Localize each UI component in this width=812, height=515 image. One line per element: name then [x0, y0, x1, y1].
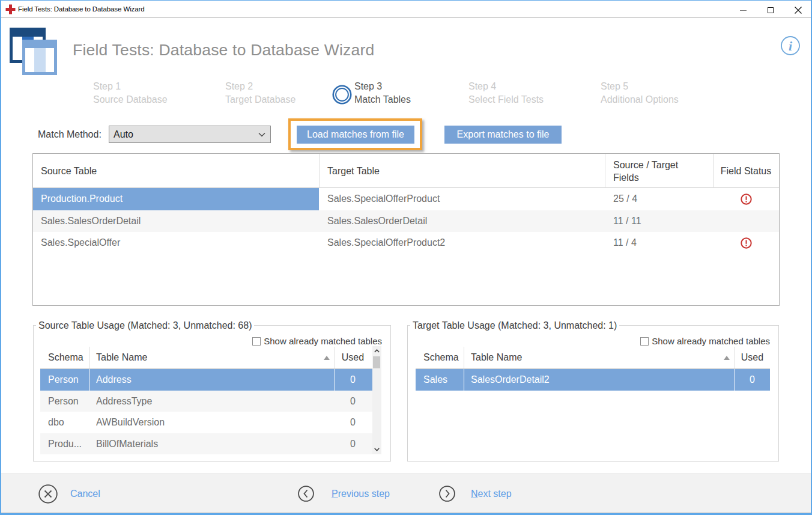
maximize-icon: [768, 7, 774, 13]
cell-fields[interactable]: 25 / 4: [613, 188, 714, 210]
cell-source[interactable]: Sales.SalesOrderDetail: [33, 210, 319, 233]
cell-used[interactable]: 0: [335, 412, 371, 433]
sort-ascending-icon[interactable]: [324, 356, 330, 360]
checkbox-icon[interactable]: [640, 337, 649, 346]
cell-table-name[interactable]: BillOfMaterials: [96, 433, 330, 455]
table-row[interactable]: Production.Product Sales.SpecialOfferPro…: [33, 188, 779, 210]
col-fields[interactable]: Source / TargetFields: [613, 154, 714, 188]
info-icon[interactable]: i: [781, 36, 800, 55]
load-matches-button[interactable]: Load matches from file: [297, 126, 414, 144]
error-icon: [741, 194, 752, 205]
logo-front-window: [22, 40, 57, 75]
maximize-button[interactable]: [757, 1, 784, 19]
target-usage-title: Target Table Usage (Matched: 3, Unmatche…: [410, 320, 619, 331]
cell-table-name[interactable]: AWBuildVersion: [96, 412, 330, 433]
cell-schema[interactable]: Person: [48, 369, 89, 391]
source-show-matched[interactable]: Show already matched tables: [252, 337, 382, 346]
usage-table-header: Schema Table Name Used: [40, 346, 372, 369]
scroll-up-button[interactable]: [372, 346, 381, 356]
table-row[interactable]: dbo AWBuildVersion 0: [40, 412, 372, 433]
col-table-name[interactable]: Table Name: [471, 346, 522, 368]
source-usage-group: Source Table Usage (Matched: 3, Unmatche…: [33, 325, 391, 462]
col-used[interactable]: Used: [735, 346, 770, 368]
scrollbar-thumb[interactable]: [373, 356, 380, 368]
cell-used[interactable]: 0: [335, 433, 371, 455]
table-row[interactable]: Person Address 0: [40, 369, 372, 391]
step-4-number: Step 4: [468, 80, 607, 93]
vertical-scrollbar[interactable]: [372, 346, 381, 454]
cell-separator: [89, 369, 89, 391]
cell-target[interactable]: Sales.SpecialOfferProduct: [327, 188, 605, 210]
close-button[interactable]: [784, 1, 812, 19]
minimize-button[interactable]: [729, 1, 757, 19]
app-logo: [10, 28, 58, 76]
cell-source[interactable]: Production.Product: [33, 188, 319, 210]
previous-step-button[interactable]: Previous step: [298, 474, 390, 513]
col-schema[interactable]: Schema: [48, 346, 83, 368]
next-step-button[interactable]: Next step: [439, 474, 512, 513]
col-field-status[interactable]: Field Status: [713, 154, 779, 188]
current-step-icon: [332, 85, 352, 105]
cell-status[interactable]: [713, 210, 779, 233]
minimize-icon: [740, 10, 747, 11]
col-target-table[interactable]: Target Table: [327, 154, 380, 188]
cell-schema[interactable]: dbo: [48, 412, 89, 433]
col-schema[interactable]: Schema: [423, 346, 459, 368]
match-method-select[interactable]: Auto: [109, 126, 271, 143]
cell-used[interactable]: 0: [335, 391, 371, 412]
col-table-name[interactable]: Table Name: [96, 346, 147, 368]
app-window: Field Tests: Database to Database Wizard…: [0, 0, 812, 515]
cell-schema[interactable]: Sales: [423, 369, 464, 391]
table-row[interactable]: Produ... BillOfMaterials 0: [40, 433, 372, 455]
export-matches-button[interactable]: Export matches to file: [444, 126, 562, 144]
sort-ascending-icon[interactable]: [724, 356, 730, 360]
col-source-table[interactable]: Source Table: [41, 154, 97, 188]
cell-schema[interactable]: Person: [48, 391, 89, 412]
cancel-button[interactable]: Cancel: [38, 474, 100, 513]
step-5: Step 5 Additional Options: [601, 80, 739, 106]
source-usage-title: Source Table Usage (Matched: 3, Unmatche…: [36, 320, 254, 331]
table-row[interactable]: Person AddressType 0: [40, 391, 372, 412]
checkbox-label: Show already matched tables: [264, 336, 382, 346]
target-usage-table: Schema Table Name Used Sales SalesOrderD…: [416, 346, 770, 391]
chevron-down-icon: [374, 448, 380, 451]
cell-used[interactable]: 0: [735, 369, 770, 391]
cell-separator: [464, 369, 464, 391]
cell-status[interactable]: [713, 232, 779, 254]
titlebar[interactable]: Field Tests: Database to Database Wizard: [0, 1, 812, 18]
step-4-name: Select Field Tests: [468, 93, 607, 106]
cell-fields[interactable]: 11 / 11: [613, 210, 714, 233]
window-title: Field Tests: Database to Database Wizard: [18, 1, 145, 18]
checkbox-icon[interactable]: [252, 337, 261, 346]
cell-table-name[interactable]: Address: [96, 369, 330, 391]
match-table-header: Source Table Target Table Source / Targe…: [33, 154, 779, 188]
table-row[interactable]: Sales.SalesOrderDetail Sales.SalesOrderD…: [33, 210, 779, 233]
logo-stripe: [34, 48, 46, 72]
target-show-matched[interactable]: Show already matched tables: [640, 337, 770, 346]
window-border: [0, 0, 812, 1]
step-1: Step 1 Source Database: [93, 80, 231, 106]
cell-target[interactable]: Sales.SalesOrderDetail: [327, 210, 605, 233]
cell-table-name[interactable]: AddressType: [96, 391, 330, 412]
error-icon: [741, 237, 752, 249]
cell-table-name[interactable]: SalesOrderDetail2: [471, 369, 730, 391]
match-table: Source Table Target Table Source / Targe…: [32, 153, 780, 306]
usage-table-header: Schema Table Name Used: [416, 346, 770, 369]
table-row[interactable]: Sales SalesOrderDetail2 0: [416, 369, 770, 391]
step-1-number: Step 1: [93, 80, 231, 93]
column-separator: [464, 347, 464, 368]
match-method-label: Match Method:: [38, 126, 102, 143]
cell-fields[interactable]: 11 / 4: [613, 232, 714, 254]
page-title: Field Tests: Database to Database Wizard: [73, 41, 374, 59]
cell-used[interactable]: 0: [335, 369, 371, 391]
table-row[interactable]: Sales.SpecialOffer Sales.SpecialOfferPro…: [33, 232, 779, 254]
cell-schema[interactable]: Produ...: [48, 433, 89, 455]
next-label: Next step: [471, 489, 512, 499]
step-5-name: Additional Options: [601, 93, 739, 106]
col-used[interactable]: Used: [335, 346, 371, 368]
cell-status[interactable]: [713, 188, 779, 210]
cell-target[interactable]: Sales.SpecialOfferProduct2: [327, 232, 605, 254]
cell-source[interactable]: Sales.SpecialOffer: [33, 232, 319, 254]
scroll-down-button[interactable]: [372, 445, 381, 454]
chevron-down-icon: [258, 132, 265, 137]
